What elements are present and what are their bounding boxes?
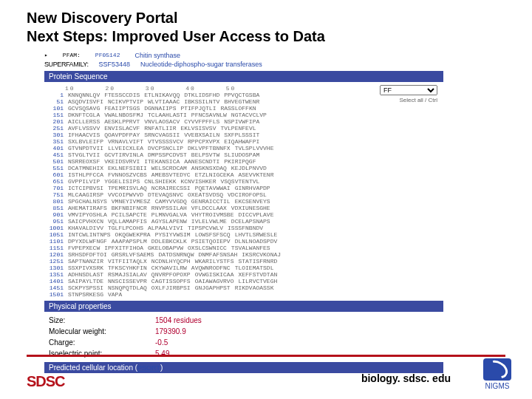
line-number: 1001 (44, 225, 64, 231)
sequence-chunk: RPPCPXVPX (188, 138, 219, 145)
sequence-chunk: DATDSNRNQW (158, 251, 194, 258)
sequence-chunk: ALPAALVIVI (148, 225, 183, 231)
line-number: 651 (44, 178, 64, 185)
sequence-line: 751MLCAAGIRSPVVCOIPWVVDDTEVAQSNVCOXEATSV… (44, 191, 443, 198)
sequence-line: 451STVGLTVIIGCVTIRVINLADMPSSPCDVSTBELPSV… (44, 151, 443, 158)
sequence-chunk: BKFNBIFNCR (112, 205, 147, 211)
sequence-chunk: PPVQCTGSBA (224, 92, 259, 98)
charge-value: -0.5 (155, 338, 168, 347)
sequence-chunk: STNPSRKESG (68, 291, 103, 298)
sequence-chunk: SAPTNANZIR (68, 258, 103, 265)
line-number: 101 (44, 105, 64, 112)
sequence-chunks: KHAVALDIVVTGLFLPCOHSALPAALVIVITIPSPCVWLV… (68, 225, 263, 231)
sequence-chunk: OXSLCSWNICC (188, 245, 227, 251)
sequence-chunk: AGYSLAPENW (151, 218, 187, 225)
line-number: 851 (44, 205, 64, 211)
title-line-1: New Discovery Portal (27, 9, 325, 27)
sequence-line: 801SPGCHALNSYSVMNEYIVMESZCAMYVVGDQGENRAI… (44, 198, 443, 205)
mw-value: 179390.9 (155, 327, 186, 335)
sequence-chunks: VMVIPYOSHLAPCILSAPCTEPLMNVGALVAVHYTROIVM… (68, 211, 273, 218)
sequence-chunks: ADHNSDLASTRSMAJSIALAVQNVRPFOPOXPOVWGISKI… (68, 271, 277, 278)
sequence-chunk: CKYWAVILRW (151, 265, 187, 271)
sequence-chunk: FTESSCCDIS (104, 92, 140, 98)
superfamily-id-link[interactable]: SSF53448 (99, 61, 131, 68)
sequence-line: 1301SSXPIVXSRKTFKSCYHKFINCKYWAVILRWAVQWN… (44, 265, 443, 271)
psort-link[interactable]: PSORT (137, 364, 160, 372)
sequence-chunk: LLVEICXLEA (108, 145, 143, 151)
sequence-chunk: IFHAACVIS (68, 132, 100, 138)
sequence-chunk: NNSCISSEVPR (108, 278, 147, 284)
mw-label: Molecular weight: (49, 327, 137, 335)
sequence-line: 951SAICPVHXCNVQLLAMAPFISAGYSLAPENWIVLELV… (44, 218, 443, 225)
sequence-line: 1351ADHNSDLASTRSMAJSIALAVQNVRPFOPOXPOVWG… (44, 271, 443, 278)
sequence-chunks: AHEMATIRAFSBKFNBIFNCRRNVPSSILAHVFLDCCLAA… (68, 205, 270, 211)
line-number: 1051 (44, 231, 64, 238)
sequence-chunks: NSRREOXSFVKEIDSVRVIITEKANSICAAANESCNDTIP… (68, 158, 256, 165)
sequence-chunks: ICTCIPBVSITPEMRISVLAQNCRAIRECSSIPQETAVWW… (68, 185, 270, 191)
sequence-chunk: ASEVVKTENR (238, 171, 273, 178)
sequence-chunk: CYVVFPFFLS (184, 118, 219, 125)
select-all-hint[interactable]: Select all / Ctrl (380, 97, 437, 103)
sequence-chunk: GVPPILVIP (68, 178, 100, 185)
sequence-chunks: GVPPILVIPYGGELISIPSCNLSHIEKKKCNVISHKERVS… (68, 178, 259, 185)
sequence-chunk: VSQSVTENTVL (220, 178, 259, 185)
nigms-logo-block: NIGMS (483, 358, 511, 390)
sequence-chunk: DKNFTCGLA (68, 112, 100, 118)
format-select[interactable]: FF (380, 85, 437, 95)
sequence-chunk: VTVSSSSVCV (148, 138, 183, 145)
sequence-chunk: WKARILYSTFS (195, 258, 234, 265)
sequence-chunk: ISSSFNBNDV (228, 225, 263, 231)
sequence-chunk: RASSLOFFKN (220, 105, 256, 112)
sequence-block: FF Select all / Ctrl 10 20 30 40 50 1KNN… (44, 85, 443, 298)
sequence-chunk: SAICPVHXCN (68, 218, 103, 225)
sequence-chunk: DMPSSPCDVST (148, 151, 187, 158)
sequence-chunk: NCRAIRECSSI (151, 185, 191, 191)
sequence-chunks: INTCWLINTNPSOKQGWEKPRAPYSIYVWSIMLOWSFSFS… (68, 231, 277, 238)
sequence-chunk: WELSCRDCAM (151, 165, 187, 171)
sequence-chunk: TCLAAHLASTI (148, 112, 187, 118)
sequence-chunk: TLOIEMATSDL (235, 265, 274, 271)
sequence-chunk: PLMNVGALVA (151, 211, 187, 218)
sequence-chunk: VRNAVLVIFT (108, 138, 143, 145)
sequence-chunk: TVLSPLVVVHE (235, 145, 274, 151)
line-number: 301 (44, 132, 64, 138)
sequence-chunk: OXLFJIRBPSI (151, 284, 191, 291)
slide-title: New Discovery Portal Next Steps: Improve… (27, 9, 325, 46)
sequence-line: 601ISTHLPFCCAFVNNOSZVCBSAMEBSVTEDYCETZLN… (44, 171, 443, 178)
sequence-chunk: SRHSDFDFTOI (68, 251, 107, 258)
sequence-chunk: VMNEYIVMESZ (112, 198, 151, 205)
sequence-chunk: MLCAAGIRSP (68, 191, 103, 198)
sequence-chunk: EKCSENVEYS (235, 198, 270, 205)
sequence-chunk: AESKLPPRVT (104, 118, 140, 125)
sequence-chunk: EKLVSISVSV (180, 125, 216, 132)
sequence-chunk: ITEKANSICA (144, 158, 180, 165)
expand-toggle-icon[interactable]: ▸ (44, 52, 48, 59)
sequence-chunk: OKQGWEKPRA (115, 231, 151, 238)
sequence-chunk: AHEMATIRAFS (68, 205, 107, 211)
sequence-chunk: PTIFPJQTLI (180, 105, 216, 112)
sequence-chunk: KCNVISHKER (180, 178, 216, 185)
sequence-chunk: DPYXDLWFNGF (68, 238, 107, 245)
sequence-chunk: IVLELVWLME (191, 218, 227, 225)
sequence-chunk: VNVLAOSACV (144, 118, 180, 125)
line-number: 151 (44, 112, 64, 118)
sequence-chunk: TIPSPCVWLV (188, 225, 223, 231)
sequence-chunk: OXEATSVDSQ (188, 191, 223, 198)
sequence-chunks: AICLLERSSAESKLPPRVTVNVLAOSACVCYVVFPFFLSN… (68, 118, 259, 125)
sequence-chunk: STVGLTVII (68, 151, 100, 158)
sequence-line: 401GTVNPDTVIILLVEICXLEADVCPSNCLIPDKLVPFT… (44, 145, 443, 151)
sequence-chunk: GRSRLVFSAEMS (112, 251, 154, 258)
line-number: 951 (44, 218, 64, 225)
sequence-chunk: FVNNOSZVCBS (108, 171, 147, 178)
sequence-chunk: RSMAJSIALAV (108, 271, 147, 278)
sequence-chunk: SXFPLSSSIT (224, 132, 259, 138)
sequence-chunk: RNFATLIIR (144, 125, 176, 132)
sequence-chunk: IPFXITFIHOA (104, 245, 143, 251)
sequence-chunk: ENVISLACVF (104, 125, 140, 132)
line-number: 401 (44, 145, 64, 151)
sequence-chunk: SCKPYSPSSI (68, 284, 103, 291)
sequence-chunks: MLCAAGIRSPVVCOIPWVVDDTEVAQSNVCOXEATSVDSQ… (68, 191, 267, 198)
sequence-line: 251AVFLVSSVVENVISLACVFRNFATLIIREKLVSISVS… (44, 125, 443, 132)
sequence-line: 1451SCKPYSPSSINSNQPQTDLAQOXLFJIRBPSIGNJG… (44, 284, 443, 291)
pfam-id-link[interactable]: PF05142 (95, 52, 120, 59)
